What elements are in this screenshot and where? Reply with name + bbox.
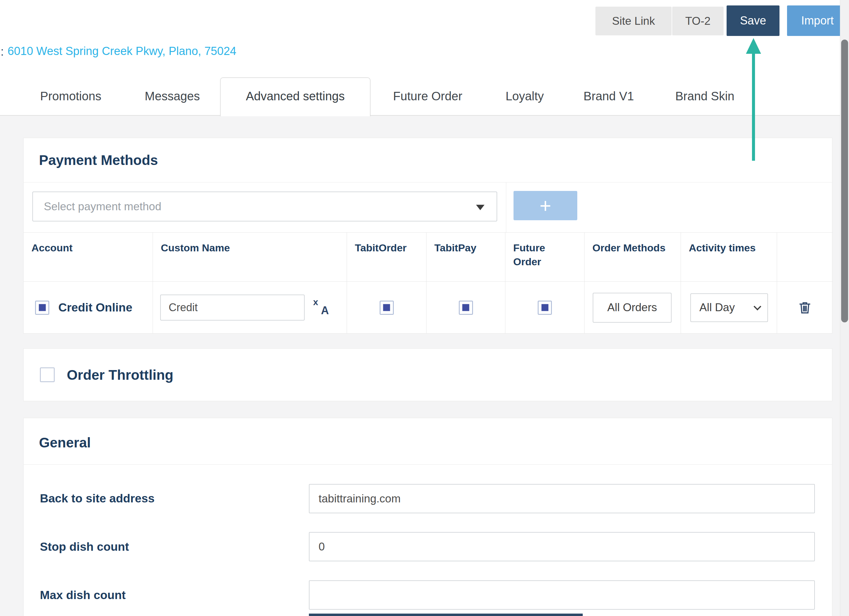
save-button[interactable]: Save (727, 6, 779, 36)
order-throttling-title: Order Throttling (67, 367, 173, 383)
trash-icon[interactable] (798, 301, 812, 314)
stop-dish-count-label: Stop dish count (40, 540, 129, 554)
order-throttling-card: Order Throttling (23, 348, 833, 401)
max-dish-count-input[interactable] (309, 580, 815, 610)
column-header-activity-times: Activity times (681, 233, 777, 281)
payment-method-placeholder: Select payment method (44, 200, 161, 213)
back-to-site-address-input[interactable] (309, 484, 815, 513)
activity-times-value: All Day (699, 301, 735, 314)
address-label-fragment: : (1, 45, 4, 58)
tabbar-divider (0, 115, 849, 116)
general-title: General (39, 434, 91, 451)
translate-icon[interactable]: x A (313, 299, 329, 316)
table-row-future-order-cell (505, 281, 585, 333)
order-methods-button[interactable]: All Orders (593, 293, 672, 323)
custom-name-input[interactable] (160, 295, 305, 321)
table-row-activity-times-cell: All Day (681, 281, 777, 333)
tab-advanced-settings[interactable]: Advanced settings (246, 89, 345, 103)
table-row-custom-name-cell: x A (153, 281, 347, 333)
max-dish-count-label: Max dish count (40, 589, 126, 602)
tab-brand-skin[interactable]: Brand Skin (675, 89, 734, 103)
payment-method-select[interactable]: Select payment method (32, 192, 497, 222)
table-row-tabitorder-cell (347, 281, 426, 333)
tabitpay-checkbox[interactable] (459, 301, 473, 315)
translate-icon-x: x (313, 297, 318, 307)
to-2-button[interactable]: TO-2 (672, 7, 724, 35)
payment-methods-title: Payment Methods (39, 152, 158, 168)
order-throttling-checkbox[interactable] (40, 368, 55, 382)
general-card: General Back to site address Stop dish c… (23, 418, 833, 616)
import-button[interactable]: Import (787, 6, 848, 36)
stop-dish-count-input[interactable] (309, 532, 815, 561)
tabitorder-checkbox[interactable] (380, 301, 394, 315)
activity-times-select[interactable]: All Day (690, 293, 768, 322)
column-header-actions (777, 233, 833, 281)
divider (24, 464, 832, 465)
credit-online-checkbox[interactable] (35, 301, 49, 315)
table-row-account-cell: Credit Online (24, 281, 153, 333)
back-to-site-address-label: Back to site address (40, 492, 155, 505)
column-header-account: Account (24, 233, 153, 281)
divider (24, 182, 832, 183)
scrollbar-thumb[interactable] (841, 40, 848, 322)
table-row-actions-cell (777, 281, 833, 333)
chevron-down-icon (476, 205, 484, 210)
tab-messages[interactable]: Messages (145, 89, 200, 103)
tab-promotions[interactable]: Promotions (40, 89, 101, 103)
chevron-down-icon (754, 303, 761, 310)
account-name-label: Credit Online (58, 301, 133, 314)
translate-icon-a: A (321, 304, 329, 317)
future-order-checkbox[interactable] (538, 301, 552, 315)
tab-loyalty[interactable]: Loyalty (506, 89, 544, 103)
table-row-order-methods-cell: All Orders (585, 281, 681, 333)
column-header-order-methods: Order Methods (585, 233, 681, 281)
add-payment-method-button[interactable]: + (514, 191, 577, 220)
payment-methods-table: Account Custom Name TabitOrder TabitPay … (24, 232, 833, 333)
tab-brand-v1[interactable]: Brand V1 (584, 89, 634, 103)
payment-methods-card: Payment Methods Select payment method + … (23, 138, 833, 333)
partially-visible-element (309, 614, 583, 616)
site-link-button[interactable]: Site Link (596, 7, 672, 35)
address-link[interactable]: 6010 West Spring Creek Pkwy, Plano, 7502… (7, 45, 236, 58)
column-header-future-order: Future Order (505, 233, 585, 281)
column-header-tabitorder: TabitOrder (347, 233, 426, 281)
column-header-custom-name: Custom Name (153, 233, 347, 281)
table-row-tabitpay-cell (426, 281, 505, 333)
tab-future-order[interactable]: Future Order (393, 89, 462, 103)
column-header-tabitpay: TabitPay (426, 233, 505, 281)
